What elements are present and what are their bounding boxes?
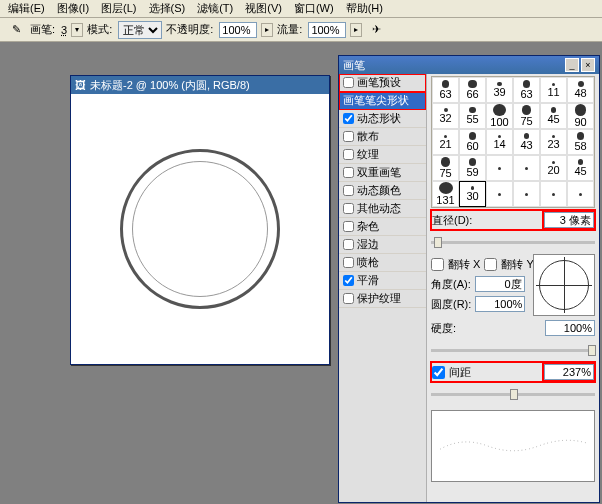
spacing-value[interactable]: 237% [544, 364, 594, 380]
option-checkbox[interactable] [343, 293, 354, 304]
brush-thumb[interactable] [513, 155, 540, 181]
brush-option-item[interactable]: 动态形状 [339, 110, 426, 128]
brush-thumb[interactable]: 45 [540, 103, 567, 129]
brush-thumb[interactable]: 75 [432, 155, 459, 181]
brush-option-item[interactable]: 纹理 [339, 146, 426, 164]
brush-option-item[interactable]: 其他动态 [339, 200, 426, 218]
opacity-input[interactable] [219, 22, 257, 38]
brush-thumb[interactable]: 66 [459, 77, 486, 103]
brush-settings: 6366396311483255100754590216014432358755… [427, 74, 599, 502]
brush-option-item[interactable]: 平滑 [339, 272, 426, 290]
brush-thumb[interactable]: 39 [486, 77, 513, 103]
brush-options-list: 画笔预设画笔笔尖形状动态形状散布纹理双重画笔动态颜色其他动态杂色湿边喷枪平滑保护… [339, 74, 427, 502]
document-titlebar[interactable]: 🖼 未标题-2 @ 100% (内圆, RGB/8) [71, 76, 329, 94]
spacing-slider[interactable] [431, 393, 595, 396]
option-checkbox[interactable] [343, 131, 354, 142]
option-checkbox[interactable] [343, 77, 354, 88]
brush-thumb[interactable]: 75 [513, 103, 540, 129]
brush-thumb[interactable]: 63 [513, 77, 540, 103]
brush-preset-icon[interactable]: ✎ [6, 20, 26, 40]
menu-help[interactable]: 帮助(H) [340, 1, 389, 16]
brush-thumb[interactable]: 58 [567, 129, 594, 155]
document-window[interactable]: 🖼 未标题-2 @ 100% (内圆, RGB/8) [70, 75, 330, 365]
diameter-slider[interactable] [431, 241, 595, 244]
brush-option-item[interactable]: 杂色 [339, 218, 426, 236]
brush-thumbnails[interactable]: 6366396311483255100754590216014432358755… [431, 76, 595, 208]
option-checkbox[interactable] [343, 149, 354, 160]
brush-thumb[interactable] [567, 181, 594, 207]
brush-tip-icon [469, 158, 476, 165]
brush-thumb[interactable]: 55 [459, 103, 486, 129]
brush-thumb[interactable]: 48 [567, 77, 594, 103]
hardness-slider[interactable] [431, 349, 595, 352]
brush-thumb[interactable]: 43 [513, 129, 540, 155]
menu-filter[interactable]: 滤镜(T) [191, 1, 239, 16]
brush-thumb[interactable]: 32 [432, 103, 459, 129]
brush-option-item[interactable]: 画笔笔尖形状 [339, 92, 426, 110]
angle-value[interactable]: 0度 [475, 276, 525, 292]
brush-thumb[interactable]: 131 [432, 181, 459, 207]
brush-size-dropdown[interactable]: ▾ [71, 23, 83, 37]
brush-thumb[interactable]: 14 [486, 129, 513, 155]
menu-view[interactable]: 视图(V) [239, 1, 288, 16]
brush-thumb[interactable]: 45 [567, 155, 594, 181]
mode-select[interactable]: 正常 [118, 21, 162, 39]
diameter-value[interactable]: 3 像素 [544, 212, 594, 228]
brush-thumb[interactable]: 23 [540, 129, 567, 155]
brush-option-item[interactable]: 散布 [339, 128, 426, 146]
brush-thumb[interactable]: 20 [540, 155, 567, 181]
brush-option-item[interactable]: 双重画笔 [339, 164, 426, 182]
angle-widget[interactable] [533, 254, 595, 316]
brush-tip-icon [525, 193, 528, 196]
option-checkbox[interactable] [343, 203, 354, 214]
brush-thumb[interactable]: 21 [432, 129, 459, 155]
menu-select[interactable]: 选择(S) [143, 1, 192, 16]
brush-option-item[interactable]: 喷枪 [339, 254, 426, 272]
brush-option-item[interactable]: 保护纹理 [339, 290, 426, 308]
brush-tip-icon [498, 167, 501, 170]
brush-option-item[interactable]: 湿边 [339, 236, 426, 254]
spacing-checkbox[interactable] [432, 366, 445, 379]
brush-thumb[interactable] [486, 155, 513, 181]
close-icon[interactable]: × [581, 58, 595, 72]
document-title: 未标题-2 @ 100% (内圆, RGB/8) [90, 78, 250, 93]
brush-thumb[interactable]: 59 [459, 155, 486, 181]
option-checkbox[interactable] [343, 113, 354, 124]
angle-row: 角度(A): 0度 [431, 274, 529, 294]
brush-thumb[interactable]: 90 [567, 103, 594, 129]
option-checkbox[interactable] [343, 167, 354, 178]
flip-y-checkbox[interactable] [484, 258, 497, 271]
brush-thumb[interactable]: 11 [540, 77, 567, 103]
brush-thumb[interactable] [486, 181, 513, 207]
brush-option-item[interactable]: 画笔预设 [339, 74, 426, 92]
opacity-dropdown[interactable]: ▸ [261, 23, 273, 37]
menu-edit[interactable]: 编辑(E) [2, 1, 51, 16]
roundness-value[interactable]: 100% [475, 296, 525, 312]
option-checkbox[interactable] [343, 275, 354, 286]
flow-dropdown[interactable]: ▸ [350, 23, 362, 37]
brush-thumb[interactable] [540, 181, 567, 207]
brush-thumb-size: 45 [574, 165, 586, 177]
minimize-icon[interactable]: _ [565, 58, 579, 72]
flip-x-checkbox[interactable] [431, 258, 444, 271]
brush-thumb[interactable]: 30 [459, 181, 486, 207]
panel-titlebar[interactable]: 画笔 _ × [339, 56, 599, 74]
brush-thumb[interactable]: 63 [432, 77, 459, 103]
option-checkbox[interactable] [343, 221, 354, 232]
brush-option-item[interactable]: 动态颜色 [339, 182, 426, 200]
canvas[interactable] [71, 94, 329, 364]
spacing-row: 间距 237% [431, 362, 595, 382]
hardness-value[interactable]: 100% [545, 320, 595, 336]
menu-layer[interactable]: 图层(L) [95, 1, 142, 16]
brush-thumb[interactable]: 100 [486, 103, 513, 129]
brush-size-value[interactable]: 3 [61, 24, 67, 36]
airbrush-icon[interactable]: ✈ [366, 20, 386, 40]
menu-window[interactable]: 窗口(W) [288, 1, 340, 16]
flow-input[interactable] [308, 22, 346, 38]
option-checkbox[interactable] [343, 239, 354, 250]
menu-image[interactable]: 图像(I) [51, 1, 95, 16]
brush-thumb[interactable]: 60 [459, 129, 486, 155]
option-checkbox[interactable] [343, 185, 354, 196]
option-checkbox[interactable] [343, 257, 354, 268]
brush-thumb[interactable] [513, 181, 540, 207]
